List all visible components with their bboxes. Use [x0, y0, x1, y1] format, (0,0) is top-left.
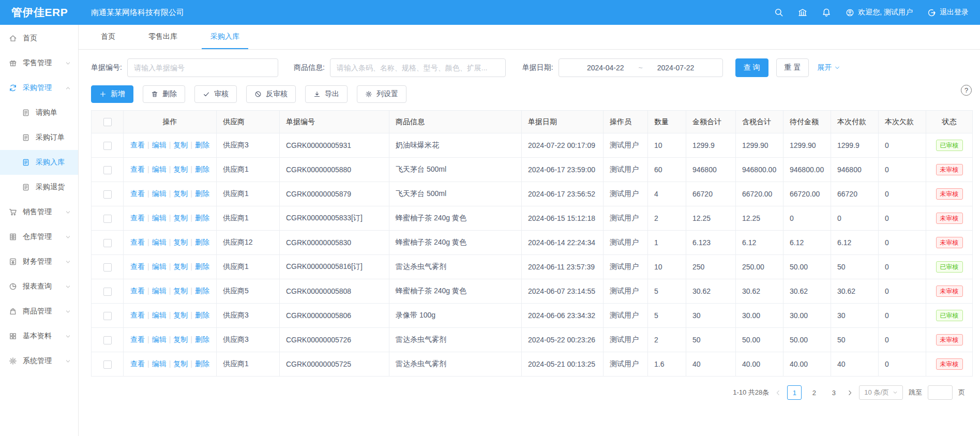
- jump-page-input[interactable]: [928, 385, 953, 400]
- action-delete-link[interactable]: 删除: [195, 238, 209, 246]
- bell-icon[interactable]: [822, 8, 831, 17]
- action-edit-link[interactable]: 编辑: [152, 165, 167, 173]
- page-button-3[interactable]: 3: [826, 385, 841, 400]
- action-edit-link[interactable]: 编辑: [152, 238, 167, 246]
- search-icon[interactable]: [774, 8, 783, 17]
- action-delete-link[interactable]: 删除: [195, 287, 209, 295]
- action-delete-link[interactable]: 删除: [195, 335, 209, 343]
- sidebar-item-label: 采购管理: [23, 83, 52, 93]
- sidebar-item-finance-mgmt[interactable]: 财务管理: [0, 249, 78, 274]
- add-button[interactable]: 新增: [91, 85, 133, 103]
- row-checkbox[interactable]: [103, 142, 112, 150]
- action-copy-link[interactable]: 复制: [173, 238, 188, 246]
- action-copy-link[interactable]: 复制: [173, 262, 188, 270]
- date-end-value[interactable]: 2024-07-22: [657, 64, 695, 72]
- sidebar-item-purchase-return[interactable]: 采购退货: [0, 175, 78, 200]
- bank-icon[interactable]: [798, 8, 807, 17]
- action-view-link[interactable]: 查看: [130, 262, 145, 270]
- action-copy-link[interactable]: 复制: [173, 359, 188, 368]
- sidebar-item-purchase-mgmt[interactable]: 采购管理: [0, 76, 78, 100]
- prev-page-button[interactable]: [775, 389, 781, 396]
- sidebar: 首页零售管理采购管理请购单采购订单采购入库采购退货销售管理仓库管理财务管理报表查…: [0, 25, 79, 436]
- action-copy-link[interactable]: 复制: [173, 165, 188, 173]
- sidebar-item-purchase-order[interactable]: 采购订单: [0, 125, 78, 150]
- unaudit-button[interactable]: 反审核: [246, 85, 296, 103]
- reset-button[interactable]: 重 置: [776, 58, 809, 77]
- action-delete-link[interactable]: 删除: [195, 262, 209, 270]
- action-delete-link[interactable]: 删除: [195, 214, 209, 222]
- action-delete-link[interactable]: 删除: [195, 165, 209, 173]
- row-actions-cell: 查看|编辑|复制|删除: [124, 328, 217, 352]
- action-copy-link[interactable]: 复制: [173, 311, 188, 319]
- audit-button[interactable]: 审核: [194, 85, 237, 103]
- action-edit-link[interactable]: 编辑: [152, 262, 167, 270]
- action-edit-link[interactable]: 编辑: [152, 141, 167, 149]
- action-edit-link[interactable]: 编辑: [152, 335, 167, 343]
- action-edit-link[interactable]: 编辑: [152, 287, 167, 295]
- welcome-user[interactable]: 欢迎您, 测试用户: [846, 8, 913, 17]
- select-all-checkbox[interactable]: [103, 118, 112, 126]
- cell-supplier: 供应商3: [217, 133, 280, 158]
- row-checkbox[interactable]: [103, 239, 112, 247]
- action-copy-link[interactable]: 复制: [173, 214, 188, 222]
- date-start-value[interactable]: 2024-04-22: [587, 64, 624, 72]
- row-checkbox[interactable]: [103, 336, 112, 344]
- action-copy-link[interactable]: 复制: [173, 287, 188, 295]
- action-view-link[interactable]: 查看: [130, 311, 145, 319]
- row-checkbox[interactable]: [103, 215, 112, 223]
- action-view-link[interactable]: 查看: [130, 189, 145, 198]
- action-delete-link[interactable]: 删除: [195, 311, 209, 319]
- action-view-link[interactable]: 查看: [130, 238, 145, 246]
- page-size-select[interactable]: 10 条/页: [859, 385, 903, 400]
- row-checkbox[interactable]: [103, 312, 112, 320]
- action-copy-link[interactable]: 复制: [173, 141, 188, 149]
- action-delete-link[interactable]: 删除: [195, 359, 209, 368]
- action-copy-link[interactable]: 复制: [173, 335, 188, 343]
- action-edit-link[interactable]: 编辑: [152, 214, 167, 222]
- tab-purchase-inbound[interactable]: 采购入库: [202, 25, 248, 49]
- sidebar-item-system-mgmt[interactable]: 系统管理: [0, 349, 78, 373]
- page-button-1[interactable]: 1: [787, 385, 802, 400]
- cell-amount: 946800: [686, 158, 736, 182]
- action-edit-link[interactable]: 编辑: [152, 189, 167, 198]
- row-checkbox[interactable]: [103, 166, 112, 174]
- doc-no-input[interactable]: [127, 58, 278, 77]
- help-icon[interactable]: ?: [961, 85, 972, 96]
- action-view-link[interactable]: 查看: [130, 359, 145, 368]
- action-edit-link[interactable]: 编辑: [152, 311, 167, 319]
- sidebar-item-basic-data[interactable]: 基本资料: [0, 324, 78, 349]
- search-button[interactable]: 查 询: [735, 58, 768, 77]
- date-range-picker[interactable]: 2024-04-22 ~ 2024-07-22: [559, 58, 723, 77]
- action-copy-link[interactable]: 复制: [173, 189, 188, 198]
- page-button-2[interactable]: 2: [807, 385, 821, 400]
- next-page-button[interactable]: [847, 389, 853, 396]
- sidebar-item-sales-mgmt[interactable]: 销售管理: [0, 200, 78, 224]
- action-view-link[interactable]: 查看: [130, 214, 145, 222]
- tab-home[interactable]: 首页: [92, 25, 124, 49]
- sidebar-item-home[interactable]: 首页: [0, 26, 78, 51]
- column-settings-button[interactable]: 列设置: [357, 85, 406, 103]
- row-checkbox[interactable]: [103, 263, 112, 272]
- action-delete-link[interactable]: 删除: [195, 141, 209, 149]
- delete-button[interactable]: 删除: [143, 85, 185, 103]
- action-view-link[interactable]: 查看: [130, 165, 145, 173]
- action-delete-link[interactable]: 删除: [195, 189, 209, 198]
- action-edit-link[interactable]: 编辑: [152, 359, 167, 368]
- sidebar-item-report-query[interactable]: 报表查询: [0, 274, 78, 299]
- action-view-link[interactable]: 查看: [130, 287, 145, 295]
- tab-retail-outbound[interactable]: 零售出库: [140, 25, 186, 49]
- row-checkbox[interactable]: [103, 190, 112, 199]
- row-checkbox[interactable]: [103, 360, 112, 369]
- action-view-link[interactable]: 查看: [130, 335, 145, 343]
- product-input[interactable]: [330, 58, 506, 77]
- sidebar-item-purchase-request[interactable]: 请购单: [0, 100, 78, 125]
- export-button[interactable]: 导出: [305, 85, 348, 103]
- logout-button[interactable]: 退出登录: [927, 8, 969, 17]
- sidebar-item-retail-mgmt[interactable]: 零售管理: [0, 51, 78, 76]
- sidebar-item-product-mgmt[interactable]: 商品管理: [0, 299, 78, 324]
- expand-link[interactable]: 展开: [817, 63, 840, 72]
- row-checkbox[interactable]: [103, 288, 112, 296]
- sidebar-item-purchase-inbound[interactable]: 采购入库: [0, 150, 78, 175]
- sidebar-item-warehouse-mgmt[interactable]: 仓库管理: [0, 224, 78, 249]
- action-view-link[interactable]: 查看: [130, 141, 145, 149]
